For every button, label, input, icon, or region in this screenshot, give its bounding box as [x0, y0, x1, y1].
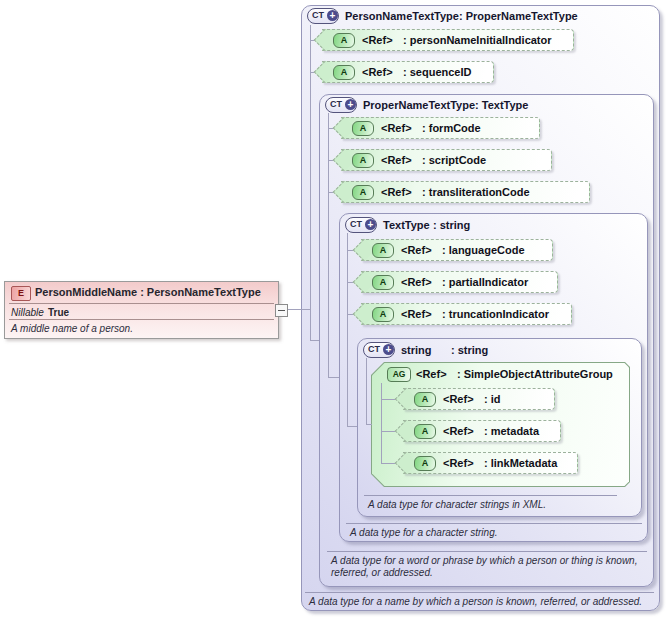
rail-string — [366, 358, 367, 424]
separator — [346, 523, 642, 524]
rail-attribute-group — [381, 383, 382, 463]
element-property-name: Nillable — [11, 307, 44, 318]
attribute-icon: A — [372, 275, 394, 290]
person-name-text-type-annotation: A data type for a name by which a person… — [309, 596, 654, 608]
attribute-metadata[interactable]: A <Ref> : metadata — [403, 420, 561, 442]
separator — [9, 319, 274, 320]
attribute-truncation-indicator[interactable]: A <Ref> : truncationIndicator — [361, 303, 572, 325]
attribute-icon: A — [414, 456, 436, 471]
attribute-icon: A — [352, 185, 374, 200]
rail-stub — [328, 377, 339, 378]
attribute-link-metadata[interactable]: A <Ref> : linkMetadata — [403, 452, 578, 474]
expand-icon[interactable]: + — [365, 219, 376, 230]
proper-name-text-type-annotation: A data type for a word or phrase by whic… — [331, 555, 647, 578]
rail-text-type — [347, 233, 348, 426]
rail-stub — [310, 340, 319, 341]
rail-stub — [347, 426, 357, 427]
type-title: string: string — [401, 344, 488, 356]
element-box-person-middle-name[interactable]: E PersonMiddleName : PersonNameTextType … — [4, 281, 279, 339]
attribute-icon: A — [372, 307, 394, 322]
attribute-icon: A — [333, 65, 355, 80]
attribute-script-code[interactable]: A <Ref> : scriptCode — [341, 149, 552, 171]
expand-icon[interactable]: + — [383, 344, 394, 355]
complex-type-icon[interactable]: CT+ — [345, 217, 377, 233]
attribute-icon: A — [414, 392, 436, 407]
rail-proper-name-text-type — [328, 113, 329, 377]
element-property-value: True — [48, 307, 69, 318]
complex-type-icon[interactable]: CT+ — [325, 97, 357, 113]
header-string[interactable]: CT+ string: string — [363, 342, 488, 358]
attribute-icon: A — [333, 33, 355, 48]
complex-type-icon[interactable]: CT+ — [307, 8, 339, 24]
string-annotation: A data type for character strings in XML… — [368, 499, 633, 511]
header-text-type[interactable]: CT+ TextType: string — [345, 217, 470, 233]
rail-stub — [366, 424, 372, 425]
attribute-icon: A — [414, 424, 436, 439]
attribute-group-header[interactable]: AG <Ref> : SimpleObjectAttributeGroup — [387, 366, 613, 382]
collapse-toggle[interactable] — [275, 304, 288, 317]
type-title: ProperNameTextType: TextType — [363, 99, 528, 111]
header-person-name-text-type[interactable]: CT+ PersonNameTextType: ProperNameTextTy… — [307, 8, 578, 24]
element-icon: E — [11, 286, 31, 301]
attribute-id[interactable]: A <Ref> : id — [403, 388, 555, 410]
expand-icon[interactable]: + — [345, 99, 356, 110]
attribute-language-code[interactable]: A <Ref> : languageCode — [361, 239, 553, 261]
schema-diagram: CT+ PersonNameTextType: ProperNameTextTy… — [0, 0, 668, 618]
attribute-sequence-id[interactable]: A <Ref> : sequenceID — [322, 61, 494, 83]
element-annotation: A middle name of a person. — [11, 323, 133, 334]
separator — [9, 303, 274, 304]
separator — [364, 495, 617, 496]
text-type-annotation: A data type for a character string. — [350, 527, 640, 539]
expand-icon[interactable]: + — [327, 10, 338, 21]
type-title: PersonNameTextType: ProperNameTextType — [345, 10, 578, 22]
complex-type-icon[interactable]: CT+ — [363, 342, 395, 358]
type-title: TextType: string — [383, 219, 470, 231]
attribute-transliteration-code[interactable]: A <Ref> : transliterationCode — [341, 181, 590, 203]
attribute-form-code[interactable]: A <Ref> : formCode — [341, 117, 540, 139]
attribute-icon: A — [352, 153, 374, 168]
attribute-icon: A — [352, 121, 374, 136]
header-proper-name-text-type[interactable]: CT+ ProperNameTextType: TextType — [325, 97, 528, 113]
separator — [305, 592, 654, 593]
separator — [327, 551, 647, 552]
attribute-person-name-initial-indicator[interactable]: A <Ref> : personNameInitialIndicator — [322, 29, 574, 51]
attribute-partial-indicator[interactable]: A <Ref> : partialIndicator — [361, 271, 558, 293]
attribute-icon: A — [372, 243, 394, 258]
element-title: PersonMiddleName : PersonNameTextType — [35, 286, 261, 298]
attribute-group-icon: AG — [387, 367, 411, 382]
